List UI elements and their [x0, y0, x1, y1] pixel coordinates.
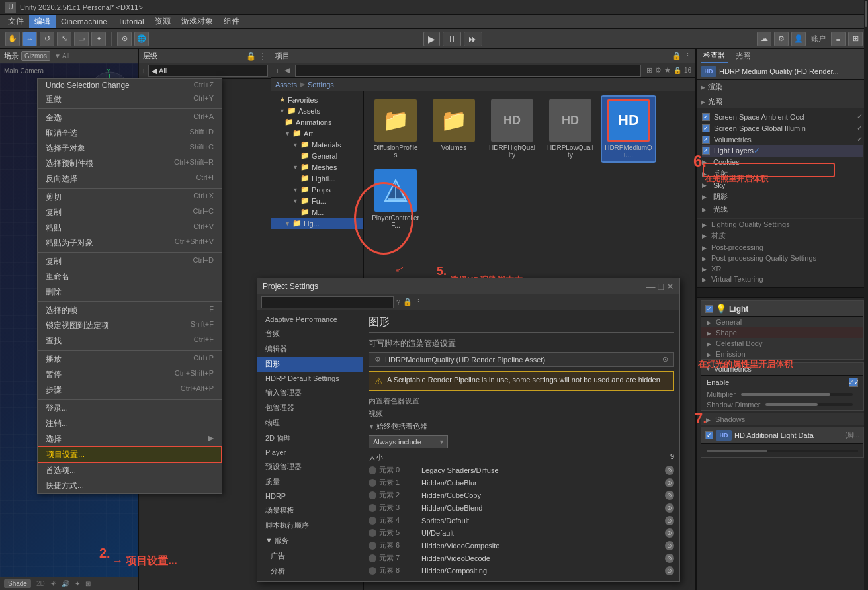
tree-general[interactable]: 📁 General: [271, 150, 363, 161]
asset-volumes[interactable]: 📁 Volumes: [427, 97, 480, 161]
tree-art[interactable]: ▼ 📁 Art: [271, 128, 363, 139]
layers-button[interactable]: ≡: [831, 32, 846, 46]
project-lock[interactable]: 🔒: [672, 52, 681, 60]
menu-find[interactable]: 查找 Ctrl+F: [38, 333, 222, 349]
nav-cloud-build[interactable]: 云构建: [257, 579, 363, 581]
shader-elem4-btn[interactable]: ⊙: [665, 516, 674, 525]
project-settings-btn[interactable]: ⚙: [655, 66, 662, 75]
hierarchy-add-btn[interactable]: +: [142, 67, 146, 75]
nav-physics[interactable]: 物理: [257, 415, 363, 431]
nav-quality[interactable]: 质量: [257, 474, 363, 489]
shader-elem5-btn[interactable]: ⊙: [665, 528, 674, 538]
rendering-header[interactable]: ▶ 渲染: [697, 80, 868, 94]
menu-select-prefab[interactable]: 选择预制件根 Ctrl+Shift+R: [38, 156, 222, 171]
enable-checkbox[interactable]: ✓: [849, 378, 858, 387]
menu-play[interactable]: 播放 Ctrl+P: [38, 352, 222, 367]
layout-button[interactable]: ⊞: [848, 32, 863, 46]
all-filter[interactable]: ▼ All: [54, 52, 69, 60]
nav-physics2d[interactable]: 2D 物理: [257, 431, 363, 446]
menu-invert-selection[interactable]: 反向选择 Ctrl+I: [38, 171, 222, 187]
tree-lighti[interactable]: 📁 Lighti...: [271, 173, 363, 184]
menu-select-all[interactable]: 全选 Ctrl+A: [38, 110, 222, 126]
settings-scrollbar-thumb[interactable]: [865, 1, 867, 27]
project-lock2[interactable]: 🔒: [673, 67, 681, 74]
audio-toggle[interactable]: 🔊: [62, 580, 69, 587]
menu-duplicate[interactable]: 复制 Ctrl+D: [38, 254, 222, 269]
menu-shortcuts[interactable]: 快捷方式...: [38, 478, 222, 493]
xr-row[interactable]: ▶ XR: [697, 263, 868, 274]
nav-audio[interactable]: 音频: [257, 326, 363, 341]
tree-animations[interactable]: 📁 Animations: [271, 116, 363, 128]
settings-search[interactable]: [261, 296, 394, 308]
light-layers-checkbox[interactable]: [702, 147, 710, 155]
lighting-tab[interactable]: 光照: [733, 50, 753, 62]
shading-dropdown[interactable]: Shade: [4, 579, 31, 588]
menu-project-settings[interactable]: 项目设置...: [38, 446, 222, 463]
light-toggle[interactable]: ☀: [50, 580, 56, 587]
nav-script-exec[interactable]: 脚本执行顺序: [257, 518, 363, 533]
gizmos-badge[interactable]: Gizmos: [21, 51, 50, 61]
shader-elem6-btn[interactable]: ⊙: [665, 541, 674, 550]
shader-elem3-btn[interactable]: ⊙: [665, 503, 674, 513]
fx-toggle[interactable]: ✦: [75, 580, 80, 587]
shader-elem7-btn[interactable]: ⊙: [665, 554, 674, 563]
rp-asset-btn[interactable]: ⊙: [662, 355, 668, 364]
nav-hdrp-default[interactable]: HDRP Default Settings: [257, 372, 363, 385]
inspector-tab[interactable]: 检查器: [701, 49, 728, 63]
tree-lig[interactable]: ▼ 📁 Lig...: [271, 218, 363, 229]
project-filter[interactable]: ⊞: [646, 66, 652, 75]
nav-preset[interactable]: 预设管理器: [257, 459, 363, 474]
always-include-dropdown[interactable]: Always include ▼: [369, 435, 448, 448]
project-back[interactable]: ◀: [284, 66, 290, 75]
menu-undo[interactable]: Undo Selection Change Ctrl+Z: [38, 79, 222, 92]
tree-materials[interactable]: ▼ 📁 Materials: [271, 139, 363, 150]
menu-delete[interactable]: 删除: [38, 284, 222, 300]
settings-lock[interactable]: 🔒: [403, 298, 412, 306]
project-menu[interactable]: ⋮: [684, 52, 691, 60]
post-proc-row[interactable]: ▶ Post-processing: [697, 242, 868, 253]
emission-section-row[interactable]: ▶ Emission: [701, 349, 863, 359]
nav-ads[interactable]: 广告: [257, 548, 363, 564]
center-pivot[interactable]: ⊙: [117, 32, 132, 46]
materials-row[interactable]: ▶ 材质: [697, 230, 868, 242]
asset-hdrp-low[interactable]: HD HDRPLowQuality: [544, 97, 597, 161]
asset-hdrp-medium[interactable]: HD HDRPMediumQu...: [602, 97, 655, 161]
lighting-header[interactable]: ▶ 光照: [697, 95, 868, 108]
hand-tool[interactable]: ✋: [5, 32, 20, 46]
menu-gameobject[interactable]: 游戏对象: [176, 15, 218, 28]
breadcrumb-assets[interactable]: Assets: [275, 81, 297, 89]
lighting-quality-row[interactable]: ▶ Lighting Quality Settings: [697, 219, 868, 230]
play-button[interactable]: ▶: [423, 32, 440, 46]
project-add[interactable]: +: [275, 67, 279, 75]
vt-row[interactable]: ▶ Virtual Texturing: [697, 274, 868, 284]
dialog-minimize[interactable]: —: [646, 281, 656, 292]
shader-elem1-btn[interactable]: ⊙: [665, 478, 674, 487]
nav-hdrp[interactable]: HDRP: [257, 489, 363, 503]
breadcrumb-settings[interactable]: Settings: [308, 81, 334, 89]
menu-login[interactable]: 登录...: [38, 401, 222, 416]
menu-lock-view[interactable]: 锁定视图到选定项 Shift+F: [38, 318, 222, 333]
asset-diffusion[interactable]: 📁 DiffusionProfiles: [369, 97, 422, 161]
nav-analytics[interactable]: 分析: [257, 564, 363, 579]
menu-logout[interactable]: 注销...: [38, 416, 222, 431]
menu-deselect-all[interactable]: 取消全选 Shift+D: [38, 126, 222, 141]
menu-redo[interactable]: 重做 Ctrl+Y: [38, 92, 222, 107]
menu-tutorial[interactable]: Tutorial: [112, 16, 150, 28]
menu-select[interactable]: 选择 ▶: [38, 431, 222, 446]
menu-frame-selected[interactable]: 选择的帧 F: [38, 303, 222, 318]
tree-favorites[interactable]: ★ Favorites: [271, 94, 363, 105]
settings-menu[interactable]: ⋮: [415, 298, 422, 306]
light-enable-checkbox[interactable]: [705, 305, 713, 313]
pause-button[interactable]: ⏸: [443, 32, 461, 46]
scale-tool[interactable]: ⤡: [57, 32, 71, 46]
menu-paste-as-child[interactable]: 粘贴为子对象 Ctrl+Shift+V: [38, 235, 222, 251]
collab-button[interactable]: ☁: [757, 32, 771, 46]
menu-pause[interactable]: 暂停 Ctrl+Shift+P: [38, 367, 222, 382]
vol-checkbox[interactable]: [702, 136, 710, 144]
menu-cinemachine[interactable]: Cinemachine: [56, 16, 112, 28]
shader-elem2-btn[interactable]: ⊙: [665, 491, 674, 500]
menu-edit[interactable]: 编辑: [29, 15, 56, 28]
rotate-tool[interactable]: ↺: [40, 32, 54, 46]
move-tool[interactable]: ↔: [22, 32, 37, 46]
asset-player-controller[interactable]: PlayerControllerF...: [369, 167, 422, 232]
